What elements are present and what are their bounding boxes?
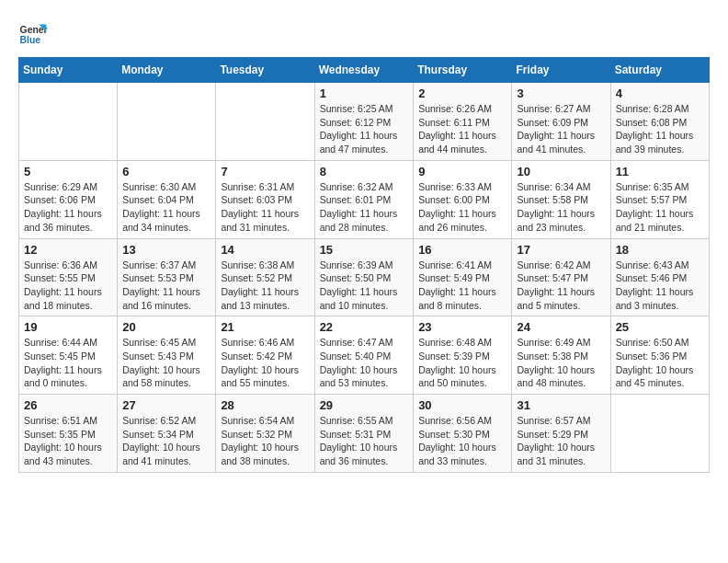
calendar-header-friday: Friday xyxy=(512,58,610,83)
calendar-cell: 27Sunrise: 6:52 AMSunset: 5:34 PMDayligh… xyxy=(118,395,216,473)
day-info: Sunrise: 6:57 AMSunset: 5:29 PMDaylight:… xyxy=(517,414,605,468)
day-info: Sunrise: 6:32 AMSunset: 6:01 PMDaylight:… xyxy=(320,180,409,235)
day-info: Sunrise: 6:42 AMSunset: 5:47 PMDaylight:… xyxy=(517,259,605,313)
calendar-cell: 16Sunrise: 6:41 AMSunset: 5:49 PMDayligh… xyxy=(414,238,512,316)
calendar-week-row: 26Sunrise: 6:51 AMSunset: 5:35 PMDayligh… xyxy=(19,395,710,473)
calendar-cell: 4Sunrise: 6:28 AMSunset: 6:08 PMDaylight… xyxy=(610,83,709,161)
day-number: 31 xyxy=(517,398,605,412)
calendar-cell: 10Sunrise: 6:34 AMSunset: 5:58 PMDayligh… xyxy=(512,160,610,238)
day-number: 22 xyxy=(320,320,409,334)
day-number: 9 xyxy=(418,165,506,178)
calendar-cell: 23Sunrise: 6:48 AMSunset: 5:39 PMDayligh… xyxy=(414,316,512,395)
day-info: Sunrise: 6:26 AMSunset: 6:11 PMDaylight:… xyxy=(418,102,506,156)
calendar-cell: 30Sunrise: 6:56 AMSunset: 5:30 PMDayligh… xyxy=(414,395,512,473)
calendar-header-thursday: Thursday xyxy=(414,58,512,83)
calendar-cell xyxy=(19,83,118,161)
day-number: 30 xyxy=(418,398,506,412)
calendar-table: SundayMondayTuesdayWednesdayThursdayFrid… xyxy=(18,57,710,473)
calendar-cell: 31Sunrise: 6:57 AMSunset: 5:29 PMDayligh… xyxy=(512,395,610,473)
calendar-cell: 11Sunrise: 6:35 AMSunset: 5:57 PMDayligh… xyxy=(610,160,709,238)
day-info: Sunrise: 6:37 AMSunset: 5:53 PMDaylight:… xyxy=(122,259,210,313)
calendar-header-row: SundayMondayTuesdayWednesdayThursdayFrid… xyxy=(19,58,710,83)
day-info: Sunrise: 6:33 AMSunset: 6:00 PMDaylight:… xyxy=(418,180,506,235)
day-info: Sunrise: 6:39 AMSunset: 5:50 PMDaylight:… xyxy=(320,259,409,313)
day-number: 21 xyxy=(221,320,309,334)
day-info: Sunrise: 6:38 AMSunset: 5:52 PMDaylight:… xyxy=(221,259,309,313)
calendar-cell: 26Sunrise: 6:51 AMSunset: 5:35 PMDayligh… xyxy=(19,395,118,473)
calendar-header-wednesday: Wednesday xyxy=(314,58,414,83)
day-number: 18 xyxy=(616,243,704,257)
calendar-cell: 15Sunrise: 6:39 AMSunset: 5:50 PMDayligh… xyxy=(314,238,414,316)
logo: General Blue xyxy=(18,18,51,48)
day-number: 2 xyxy=(418,86,506,100)
calendar-cell: 1Sunrise: 6:25 AMSunset: 6:12 PMDaylight… xyxy=(314,83,414,161)
day-number: 8 xyxy=(320,165,409,178)
calendar-header-tuesday: Tuesday xyxy=(216,58,314,83)
day-info: Sunrise: 6:43 AMSunset: 5:46 PMDaylight:… xyxy=(616,259,704,313)
day-number: 5 xyxy=(24,165,112,178)
logo-icon: General Blue xyxy=(18,18,48,48)
day-number: 29 xyxy=(320,398,409,412)
day-info: Sunrise: 6:51 AMSunset: 5:35 PMDaylight:… xyxy=(24,414,112,468)
day-info: Sunrise: 6:25 AMSunset: 6:12 PMDaylight:… xyxy=(320,102,409,156)
calendar-cell: 25Sunrise: 6:50 AMSunset: 5:36 PMDayligh… xyxy=(610,316,709,395)
day-number: 16 xyxy=(418,243,506,257)
day-info: Sunrise: 6:28 AMSunset: 6:08 PMDaylight:… xyxy=(616,102,704,156)
day-number: 20 xyxy=(122,320,210,334)
day-info: Sunrise: 6:54 AMSunset: 5:32 PMDaylight:… xyxy=(221,414,309,468)
day-number: 23 xyxy=(418,320,506,334)
day-info: Sunrise: 6:44 AMSunset: 5:45 PMDaylight:… xyxy=(24,336,112,390)
calendar-cell: 12Sunrise: 6:36 AMSunset: 5:55 PMDayligh… xyxy=(19,238,118,316)
day-info: Sunrise: 6:41 AMSunset: 5:49 PMDaylight:… xyxy=(418,259,506,313)
calendar-cell: 8Sunrise: 6:32 AMSunset: 6:01 PMDaylight… xyxy=(314,160,414,238)
calendar-header-sunday: Sunday xyxy=(19,58,118,83)
calendar-cell: 6Sunrise: 6:30 AMSunset: 6:04 PMDaylight… xyxy=(118,160,216,238)
calendar-cell: 13Sunrise: 6:37 AMSunset: 5:53 PMDayligh… xyxy=(118,238,216,316)
calendar-cell: 5Sunrise: 6:29 AMSunset: 6:06 PMDaylight… xyxy=(19,160,118,238)
day-info: Sunrise: 6:49 AMSunset: 5:38 PMDaylight:… xyxy=(517,336,605,390)
calendar-header-monday: Monday xyxy=(118,58,216,83)
calendar-cell: 18Sunrise: 6:43 AMSunset: 5:46 PMDayligh… xyxy=(610,238,709,316)
calendar-week-row: 1Sunrise: 6:25 AMSunset: 6:12 PMDaylight… xyxy=(19,83,710,161)
day-info: Sunrise: 6:55 AMSunset: 5:31 PMDaylight:… xyxy=(320,414,409,468)
calendar-cell: 28Sunrise: 6:54 AMSunset: 5:32 PMDayligh… xyxy=(216,395,314,473)
calendar-cell xyxy=(610,395,709,473)
day-info: Sunrise: 6:48 AMSunset: 5:39 PMDaylight:… xyxy=(418,336,506,390)
day-number: 17 xyxy=(517,243,605,257)
calendar-cell: 7Sunrise: 6:31 AMSunset: 6:03 PMDaylight… xyxy=(216,160,314,238)
day-number: 3 xyxy=(517,86,605,100)
calendar-cell xyxy=(118,83,216,161)
day-number: 10 xyxy=(517,165,605,178)
day-info: Sunrise: 6:29 AMSunset: 6:06 PMDaylight:… xyxy=(24,180,112,235)
calendar-cell: 22Sunrise: 6:47 AMSunset: 5:40 PMDayligh… xyxy=(314,316,414,395)
calendar-cell: 2Sunrise: 6:26 AMSunset: 6:11 PMDaylight… xyxy=(414,83,512,161)
day-info: Sunrise: 6:31 AMSunset: 6:03 PMDaylight:… xyxy=(221,180,309,235)
calendar-cell xyxy=(216,83,314,161)
day-info: Sunrise: 6:47 AMSunset: 5:40 PMDaylight:… xyxy=(320,336,409,390)
day-number: 11 xyxy=(616,165,704,178)
day-info: Sunrise: 6:35 AMSunset: 5:57 PMDaylight:… xyxy=(616,180,704,235)
calendar-header-saturday: Saturday xyxy=(610,58,709,83)
page-header: General Blue xyxy=(18,18,710,48)
day-info: Sunrise: 6:45 AMSunset: 5:43 PMDaylight:… xyxy=(122,336,210,390)
calendar-cell: 14Sunrise: 6:38 AMSunset: 5:52 PMDayligh… xyxy=(216,238,314,316)
svg-text:Blue: Blue xyxy=(20,35,41,45)
day-number: 25 xyxy=(616,320,704,334)
day-number: 4 xyxy=(616,86,704,100)
calendar-cell: 19Sunrise: 6:44 AMSunset: 5:45 PMDayligh… xyxy=(19,316,118,395)
day-number: 27 xyxy=(122,398,210,412)
day-info: Sunrise: 6:30 AMSunset: 6:04 PMDaylight:… xyxy=(122,180,210,235)
day-number: 24 xyxy=(517,320,605,334)
calendar-cell: 17Sunrise: 6:42 AMSunset: 5:47 PMDayligh… xyxy=(512,238,610,316)
day-number: 19 xyxy=(24,320,112,334)
calendar-week-row: 19Sunrise: 6:44 AMSunset: 5:45 PMDayligh… xyxy=(19,316,710,395)
day-info: Sunrise: 6:50 AMSunset: 5:36 PMDaylight:… xyxy=(616,336,704,390)
day-number: 28 xyxy=(221,398,309,412)
calendar-cell: 20Sunrise: 6:45 AMSunset: 5:43 PMDayligh… xyxy=(118,316,216,395)
calendar-cell: 3Sunrise: 6:27 AMSunset: 6:09 PMDaylight… xyxy=(512,83,610,161)
day-number: 13 xyxy=(122,243,210,257)
day-number: 14 xyxy=(221,243,309,257)
day-number: 7 xyxy=(221,165,309,178)
calendar-cell: 21Sunrise: 6:46 AMSunset: 5:42 PMDayligh… xyxy=(216,316,314,395)
calendar-cell: 29Sunrise: 6:55 AMSunset: 5:31 PMDayligh… xyxy=(314,395,414,473)
